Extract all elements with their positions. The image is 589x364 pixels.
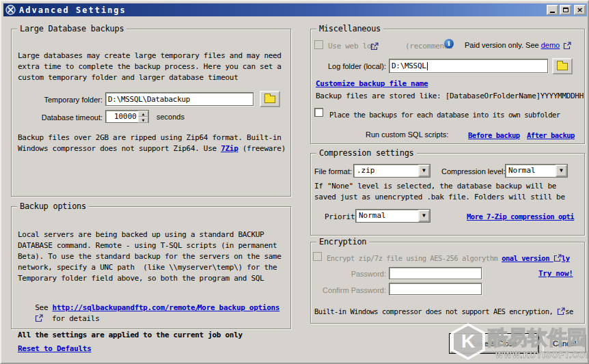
spin-up-icon[interactable]: ▲ [138, 111, 148, 117]
subfolder-label: Place the backups for each database into… [329, 109, 560, 120]
compression-level-label: Compression level: [441, 167, 506, 176]
backup-note-line1: Local servers are being backed up using … [18, 229, 264, 240]
confirm-password-label: Confirm Password: [316, 286, 386, 295]
priority-label: Priority [325, 212, 359, 223]
advanced-settings-window: Advanced Settings × Large Database backu… [0, 0, 589, 364]
stored-like-note: Backup files are stored like: [DatabaseO… [316, 91, 584, 102]
seconds-label: seconds [156, 113, 184, 122]
external-link-icon [370, 40, 379, 48]
compression-level-select[interactable]: Normal ▼ [505, 164, 568, 178]
database-timeout-label: Database timeout: [29, 113, 102, 122]
footer-note: All the settings are applied to the curr… [18, 330, 243, 341]
password-input[interactable] [389, 267, 482, 279]
zip64-note-line1: Backup files over 2GB are ripped using Z… [18, 132, 282, 143]
backup-note-line3: Beta). To use the standard backup for th… [18, 251, 282, 262]
7zip-link[interactable]: 7Zip [221, 144, 238, 153]
use-web-log-label: Use web log [328, 41, 376, 52]
confirm-password-input[interactable] [389, 283, 482, 295]
aes-note: Built-in Windows compressor does not sup… [314, 306, 573, 317]
subfolder-checkbox[interactable] [314, 108, 323, 117]
backup-note-line5: Temporary folder field above, so both th… [18, 273, 264, 284]
app-icon [5, 5, 16, 15]
compression-note-line1: If "None" level is selected, the databas… [314, 181, 556, 192]
browse-log-folder-button[interactable] [552, 58, 573, 74]
browse-temp-folder-button[interactable] [260, 91, 280, 107]
encrypt-label: Encrypt zip/7z file using AES-256 algory… [327, 253, 570, 264]
folder-icon [557, 63, 568, 70]
backup-note-line4: network, specify a UNC path (like \\myse… [18, 262, 277, 273]
before-backup-link[interactable]: Before backup [468, 130, 520, 141]
log-folder-label: Log folder (local): [316, 62, 386, 71]
maximize-button[interactable] [560, 5, 571, 15]
large-db-note-line1: Large databases may create large tempora… [18, 51, 282, 61]
group-title: Encryption [316, 237, 369, 247]
close-icon: × [577, 6, 583, 14]
minimize-button[interactable] [547, 5, 558, 15]
version-only-link[interactable]: onal version [502, 254, 553, 262]
remote-url-link[interactable]: http://sqlbackupandftp.com/remote/ [53, 303, 200, 312]
encrypt-checkbox[interactable] [313, 252, 322, 261]
info-icon: i [444, 39, 454, 48]
more-7zip-options-link[interactable]: More 7-Zip compression opti [467, 211, 583, 222]
close-button[interactable]: × [574, 5, 586, 15]
after-backup-link[interactable]: After backup [527, 130, 575, 141]
customize-backup-file-name-link[interactable]: Customize backup file name [316, 79, 428, 89]
log-folder-input[interactable]: D:\MSSQL [389, 59, 548, 73]
group-title: Compression settings [316, 148, 417, 158]
more-backup-options-link[interactable]: More backup options [197, 303, 279, 313]
backup-note-line2: DATABASE command. Remote - using T-SQL s… [18, 240, 277, 251]
run-custom-sql-label: Run custom SQL scripts: [366, 130, 448, 139]
temporary-folder-input[interactable]: D:\MSSQL\Databackup [105, 92, 254, 106]
chevron-down-icon: ▼ [418, 210, 430, 222]
cancel-button[interactable]: Cancel [543, 334, 586, 353]
use-web-log-checkbox[interactable] [314, 40, 323, 49]
demo-link[interactable]: demo [541, 41, 560, 49]
save-close-button[interactable]: Save & Close [450, 334, 538, 353]
password-label: Password: [316, 270, 386, 279]
large-db-note-line3: custom temporary folder and larger datab… [18, 72, 238, 83]
file-format-select[interactable]: .zip ▼ [353, 164, 430, 178]
zip64-note-line2: Windows compressor does not support Zip6… [18, 143, 286, 154]
folder-icon [264, 96, 275, 103]
large-db-note-line2: extra time to complete the backup proces… [18, 61, 282, 72]
spin-down-icon[interactable]: ▼ [138, 117, 148, 123]
minimize-icon [550, 12, 555, 13]
chevron-down-icon: ▼ [418, 165, 430, 177]
timeout-value: 10000 [106, 111, 138, 122]
priority-select[interactable]: Normal ▼ [355, 209, 430, 223]
titlebar: Advanced Settings × [3, 3, 587, 16]
group-title: Miscellaneous [316, 24, 383, 33]
database-timeout-stepper[interactable]: 10000 ▲ ▼ [105, 110, 149, 123]
reset-to-defaults-link[interactable]: Reset to Defaults [18, 344, 91, 354]
external-link-icon [557, 307, 565, 316]
external-link-icon [553, 254, 562, 262]
temporary-folder-label: Temporary folder: [29, 96, 102, 104]
group-title: Backup options [17, 201, 89, 211]
try-now-link[interactable]: Try now! [538, 268, 573, 279]
window-title: Advanced Settings [19, 5, 126, 15]
external-link-icon [35, 314, 43, 322]
remote-help-line: See http://sqlbackupandftp.com/remote/ f… [18, 292, 200, 335]
text-caret [427, 62, 428, 70]
version-only-link-tail[interactable]: ly [562, 254, 570, 262]
file-format-label: File format: [314, 167, 352, 176]
compression-note-line2: saved just as unencrypted .bak file. Fol… [314, 192, 565, 203]
maximize-icon [563, 8, 569, 12]
paid-version-note: Paid version only. See demo [465, 41, 560, 50]
external-link-icon [563, 40, 571, 48]
group-title: Large Database backups [17, 24, 126, 33]
chevron-down-icon: ▼ [556, 165, 567, 177]
